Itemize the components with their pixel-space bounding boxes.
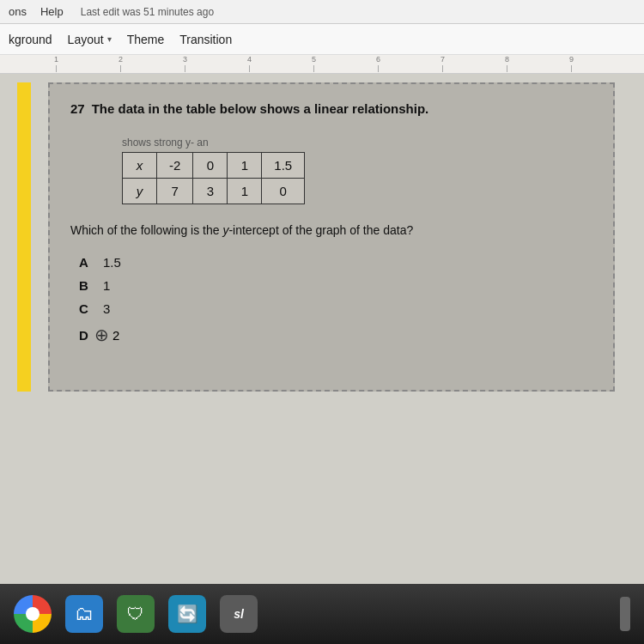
toolbar-item-layout[interactable]: Layout ▾: [68, 33, 112, 46]
table-row-x: x -2 0 1 1.5: [123, 153, 305, 179]
toolbar: kground Layout ▾ Theme Transition: [0, 24, 644, 55]
toolbar-item-background[interactable]: kground: [9, 33, 52, 46]
question-main-text: The data in the table below shows a line…: [92, 101, 429, 116]
slide-box: 27 The data in the table below shows a l…: [48, 82, 615, 392]
menu-item-help[interactable]: Help: [40, 5, 64, 18]
answer-choices: A 1.5 B 1 C 3 D ⊕ 2: [79, 255, 592, 345]
x-val-2: 1: [228, 153, 262, 179]
y-label: y: [123, 179, 157, 204]
choice-a[interactable]: A 1.5: [79, 255, 592, 270]
y-val-3: 0: [262, 179, 305, 204]
question-header: 27 The data in the table below shows a l…: [70, 101, 592, 130]
taskbar-right: [620, 597, 630, 631]
y-val-2: 1: [228, 179, 262, 204]
taskbar-right-icon: [620, 597, 630, 631]
last-edit-text: Last edit was 51 minutes ago: [81, 6, 214, 18]
layout-dropdown-arrow[interactable]: ▾: [107, 34, 112, 44]
taskbar: 🗂 🛡 🔄 sl: [0, 584, 644, 644]
choice-c-letter: C: [79, 301, 94, 316]
main-area: 27 The data in the table below shows a l…: [0, 74, 644, 575]
x-val-1: 0: [193, 153, 228, 179]
app-icon[interactable]: sl: [220, 595, 258, 633]
ruler-mark-4: 4: [247, 55, 252, 72]
y-val-1: 3: [193, 179, 228, 204]
files-icon[interactable]: 🗂: [65, 595, 103, 633]
choice-d-letter: D: [79, 328, 94, 343]
choice-b[interactable]: B 1: [79, 278, 592, 293]
ruler: 1 2 3 4 5 6 7 8 9: [0, 55, 644, 74]
ruler-mark-3: 3: [183, 55, 187, 72]
x-val-3: 1.5: [262, 153, 305, 179]
ruler-mark-5: 5: [312, 55, 316, 72]
toolbar-item-theme[interactable]: Theme: [127, 33, 165, 46]
question-number: 27: [70, 101, 85, 123]
choice-a-letter: A: [79, 255, 94, 270]
refresh-icon[interactable]: 🔄: [168, 595, 206, 633]
vpn-icon[interactable]: 🛡: [117, 595, 155, 633]
ruler-mark-8: 8: [505, 55, 509, 72]
choice-d-value: 2: [112, 328, 119, 343]
yellow-accent-strip: [17, 82, 31, 392]
menu-item-ons[interactable]: ons: [9, 5, 27, 18]
sub-label: shows strong y- an: [122, 137, 592, 149]
x-label: x: [123, 153, 157, 179]
choice-a-value: 1.5: [103, 255, 121, 270]
choice-c[interactable]: C 3: [79, 301, 592, 316]
chrome-icon[interactable]: [14, 595, 52, 633]
menu-bar: ons Help Last edit was 51 minutes ago: [0, 0, 644, 24]
toolbar-item-transition[interactable]: Transition: [179, 33, 232, 46]
question-body: Which of the following is the y-intercep…: [70, 222, 592, 240]
ruler-mark-1: 1: [54, 55, 58, 72]
choice-c-value: 3: [103, 301, 110, 316]
move-cursor-icon: ⊕: [94, 325, 109, 345]
data-table: x -2 0 1 1.5 y 7 3 1 0: [122, 152, 305, 204]
choice-b-value: 1: [103, 278, 110, 293]
ruler-mark-6: 6: [376, 55, 380, 72]
ruler-marks: 1 2 3 4 5 6 7 8 9: [7, 55, 637, 73]
ruler-mark-9: 9: [569, 55, 574, 72]
ruler-mark-2: 2: [118, 55, 123, 72]
ruler-mark-7: 7: [440, 55, 445, 72]
y-val-0: 7: [157, 179, 193, 204]
choice-d[interactable]: D: [79, 328, 94, 343]
table-row-y: y 7 3 1 0: [123, 179, 305, 204]
choice-b-letter: B: [79, 278, 94, 293]
x-val-0: -2: [157, 153, 193, 179]
